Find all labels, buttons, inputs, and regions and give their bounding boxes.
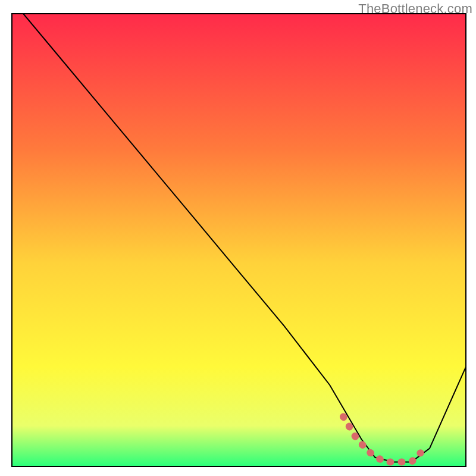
chart-container: { "attribution": "TheBottleneck.com", "c… [0, 0, 476, 476]
chart-svg [0, 0, 476, 476]
attribution-text: TheBottleneck.com [358, 1, 472, 17]
